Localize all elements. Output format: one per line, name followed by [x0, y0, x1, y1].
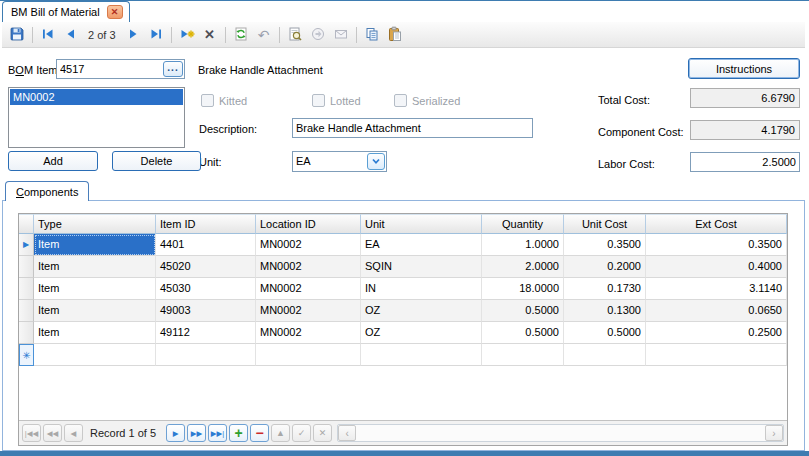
grid-cell[interactable]: 0.3500 [564, 234, 646, 256]
grid-horizontal-scrollbar[interactable]: ‹ › [337, 424, 784, 442]
send-button[interactable] [307, 25, 329, 45]
save-button[interactable] [6, 25, 28, 45]
grid-cell[interactable]: Item [34, 256, 156, 278]
grid-cell[interactable]: Item [34, 322, 156, 344]
grid-header-ext-cost[interactable]: Ext Cost [646, 214, 787, 234]
grid-header-type[interactable]: Type [34, 214, 156, 234]
email-button[interactable] [330, 25, 352, 45]
grid-cell[interactable]: 0.5000 [564, 322, 646, 344]
new-record-button[interactable] [176, 25, 198, 45]
grid-cell[interactable]: 0.2000 [564, 256, 646, 278]
previous-record-button[interactable] [60, 25, 82, 45]
grid-cell[interactable] [256, 344, 361, 366]
grid-cell[interactable] [34, 344, 156, 366]
grid-cell[interactable]: MN0002 [256, 300, 361, 322]
grid-cell[interactable]: 49003 [156, 300, 256, 322]
location-listbox[interactable]: MN0002 [8, 87, 185, 148]
delete-button[interactable]: Delete [112, 151, 201, 171]
nav-edit-button[interactable]: ▲ [271, 424, 290, 442]
grid-cell[interactable]: 3.1140 [646, 278, 787, 300]
first-record-button[interactable] [37, 25, 59, 45]
grid-header-location-id[interactable]: Location ID [256, 214, 361, 234]
grid-cell[interactable]: IN [361, 278, 482, 300]
grid-cell[interactable]: SQIN [361, 256, 482, 278]
description-input[interactable] [292, 118, 533, 138]
undo-button[interactable]: ↶ [253, 25, 275, 45]
grid-cell[interactable]: 18.0000 [482, 278, 564, 300]
grid-cell[interactable]: 0.5000 [482, 322, 564, 344]
grid-header-quantity[interactable]: Quantity [482, 214, 564, 234]
grid-cell[interactable]: 45030 [156, 278, 256, 300]
grid-cell[interactable]: MN0002 [256, 278, 361, 300]
kitted-checkbox[interactable] [201, 94, 214, 107]
nav-first-button[interactable]: |◀◀ [22, 424, 41, 442]
nav-prev-page-button[interactable]: ◀◀ [43, 424, 62, 442]
grid-cell[interactable]: Item [34, 300, 156, 322]
nav-next-button[interactable]: ▶ [166, 424, 185, 442]
next-record-button[interactable] [122, 25, 144, 45]
grid-cell[interactable]: 0.4000 [646, 256, 787, 278]
scroll-right-button[interactable]: › [765, 425, 783, 441]
serialized-checkbox[interactable] [394, 94, 407, 107]
grid-cell[interactable] [361, 344, 482, 366]
grid-cell[interactable] [646, 344, 787, 366]
grid-cell[interactable]: OZ [361, 300, 482, 322]
new-row-indicator[interactable]: ✳ [19, 344, 34, 366]
grid-cell[interactable]: 0.2500 [646, 322, 787, 344]
grid-cell[interactable]: Item [34, 278, 156, 300]
row-selector[interactable] [19, 322, 34, 344]
delete-record-button[interactable]: ✕ [199, 25, 221, 45]
grid-header-unit[interactable]: Unit [361, 214, 482, 234]
grid-cell[interactable]: 49112 [156, 322, 256, 344]
copy-button[interactable] [361, 25, 383, 45]
bom-item-lookup-button[interactable]: ... [163, 61, 183, 77]
add-button[interactable]: Add [8, 151, 98, 171]
grid-cell[interactable] [564, 344, 646, 366]
grid-cell[interactable]: 0.1730 [564, 278, 646, 300]
nav-add-row-button[interactable]: + [229, 424, 248, 442]
nav-cancel-button[interactable]: ✕ [313, 424, 332, 442]
grid-cell[interactable]: 4401 [156, 234, 256, 256]
last-record-button[interactable] [145, 25, 167, 45]
grid-header-unit-cost[interactable]: Unit Cost [564, 214, 646, 234]
grid-cell[interactable]: 0.1300 [564, 300, 646, 322]
grid-cell[interactable]: OZ [361, 322, 482, 344]
labor-cost-input[interactable] [690, 152, 800, 172]
row-selector[interactable] [19, 256, 34, 278]
unit-dropdown-button[interactable] [367, 153, 385, 170]
scroll-left-button[interactable]: ‹ [338, 425, 356, 441]
grid-cell[interactable]: MN0002 [256, 234, 361, 256]
previous-record-icon [63, 26, 79, 44]
grid-cell[interactable]: MN0002 [256, 256, 361, 278]
grid-cell[interactable]: 1.0000 [482, 234, 564, 256]
grid-cell[interactable]: EA [361, 234, 482, 256]
instructions-button[interactable]: Instructions [688, 58, 800, 79]
tab-close-icon[interactable]: ✕ [107, 5, 123, 19]
grid-cell[interactable]: Item [34, 234, 156, 256]
row-selector[interactable] [19, 300, 34, 322]
row-selector[interactable] [19, 278, 34, 300]
nav-delete-row-button[interactable]: − [250, 424, 269, 442]
paste-button[interactable] [384, 25, 406, 45]
grid-cell[interactable]: 2.0000 [482, 256, 564, 278]
unit-dropdown[interactable]: EA [292, 151, 387, 172]
grid-cell[interactable]: 0.0650 [646, 300, 787, 322]
nav-post-button[interactable]: ✓ [292, 424, 311, 442]
lotted-checkbox[interactable] [312, 94, 325, 107]
grid-cell[interactable]: 0.5000 [482, 300, 564, 322]
grid-cell[interactable]: 45020 [156, 256, 256, 278]
print-preview-button[interactable] [284, 25, 306, 45]
grid-cell[interactable] [156, 344, 256, 366]
grid-header-item-id[interactable]: Item ID [156, 214, 256, 234]
tab-components[interactable]: Components [5, 181, 89, 201]
location-list-item-selected[interactable]: MN0002 [10, 89, 183, 105]
nav-last-button[interactable]: ▶▶| [208, 424, 227, 442]
nav-prev-button[interactable]: ◀ [64, 424, 83, 442]
grid-cell[interactable]: 0.3500 [646, 234, 787, 256]
refresh-button[interactable] [230, 25, 252, 45]
current-row-indicator[interactable]: ▶ [19, 234, 34, 256]
nav-next-page-button[interactable]: ▶▶ [187, 424, 206, 442]
tab-bm-bill-of-material[interactable]: BM Bill of Material ✕ [2, 1, 130, 22]
grid-cell[interactable]: MN0002 [256, 322, 361, 344]
grid-cell[interactable] [482, 344, 564, 366]
